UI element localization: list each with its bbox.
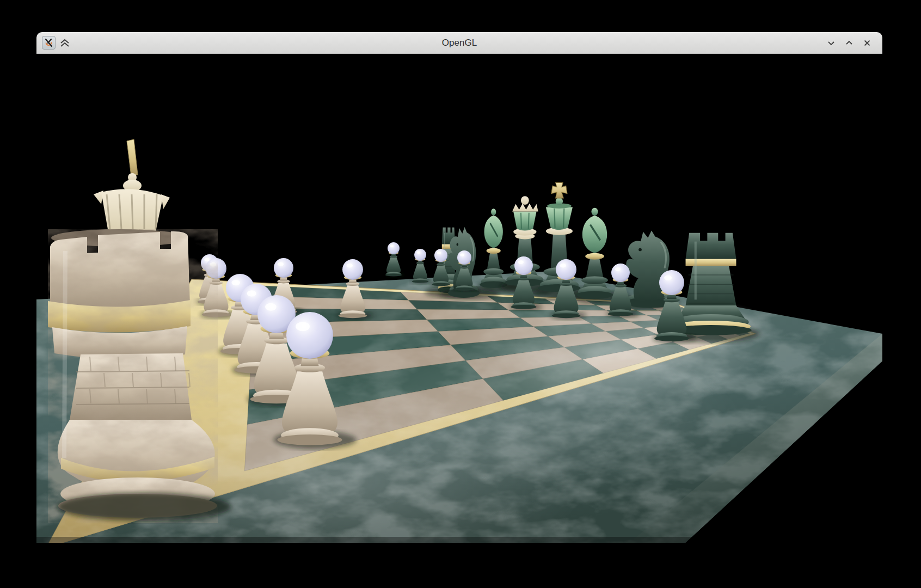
close-button[interactable]: [861, 36, 874, 50]
x11-logo-icon: [44, 38, 53, 47]
close-icon: [863, 39, 871, 47]
app-menu-button[interactable]: [42, 36, 56, 50]
chess-scene: [36, 54, 882, 543]
double-chevron-up-icon[interactable]: [59, 38, 70, 48]
maximize-button[interactable]: [843, 36, 856, 50]
opengl-window: OpenGL: [36, 32, 882, 543]
specular-bloom: [327, 338, 740, 491]
minimize-button[interactable]: [825, 36, 838, 50]
window-title: OpenGL: [36, 38, 882, 48]
desktop-background: OpenGL: [0, 0, 921, 588]
chevron-up-icon: [845, 39, 854, 47]
opengl-viewport[interactable]: [36, 54, 882, 543]
white-rook: [48, 229, 218, 523]
window-titlebar[interactable]: OpenGL: [36, 32, 882, 54]
chevron-down-icon: [827, 39, 836, 47]
